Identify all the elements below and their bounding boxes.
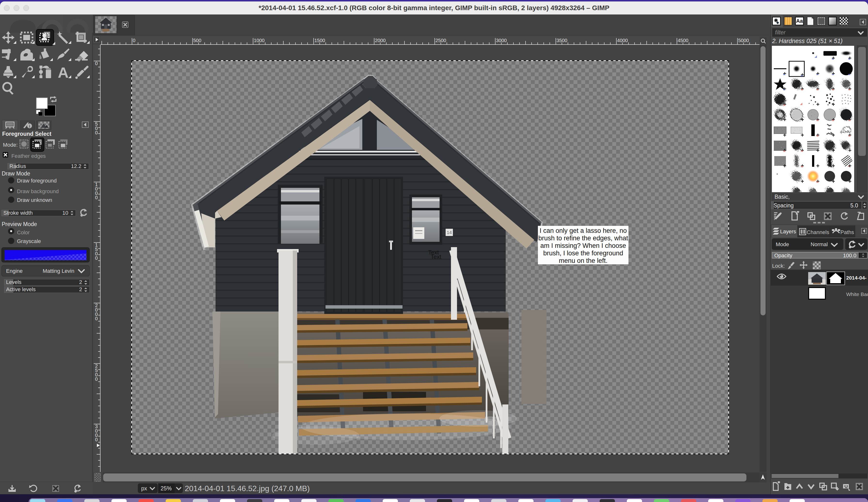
- svg-text:1500: 1500: [314, 38, 325, 43]
- svg-text:1000: 1000: [254, 38, 265, 43]
- svg-text:5000: 5000: [738, 38, 749, 43]
- svg-text:2500: 2500: [435, 38, 446, 43]
- svg-text:Text: Text: [431, 253, 441, 260]
- svg-text:14: 14: [447, 230, 452, 235]
- svg-text:A: A: [58, 64, 69, 81]
- svg-text:i: i: [29, 124, 30, 128]
- svg-text:2000: 2000: [375, 38, 386, 43]
- svg-text:4000: 4000: [617, 38, 628, 43]
- svg-text:0: 0: [133, 38, 135, 43]
- svg-text:3000: 3000: [496, 38, 507, 43]
- svg-text:500: 500: [193, 38, 201, 43]
- svg-text:3500: 3500: [557, 38, 567, 43]
- svg-text:4500: 4500: [678, 38, 689, 43]
